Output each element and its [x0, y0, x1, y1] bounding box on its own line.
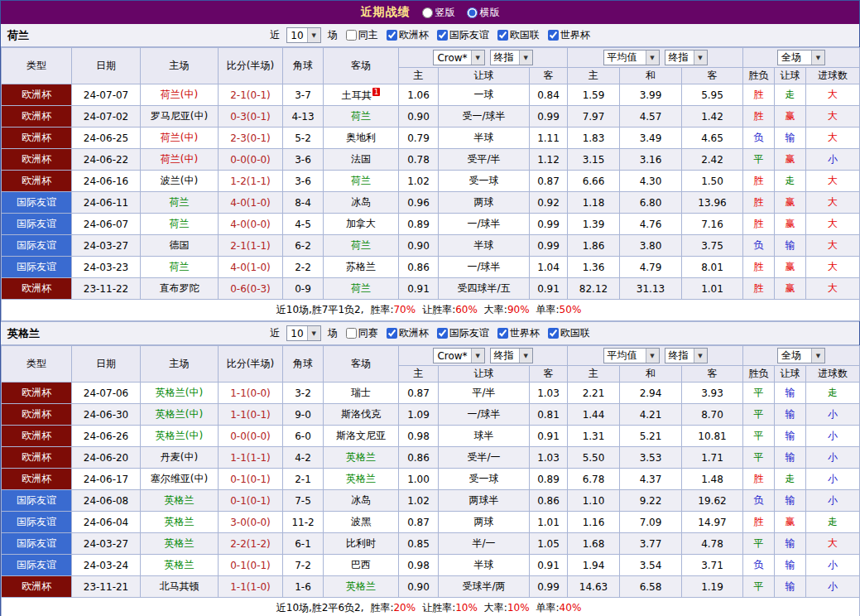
away-team[interactable]: 荷兰	[324, 235, 399, 257]
filter-checkbox-0[interactable]: 同赛	[346, 326, 378, 340]
match-type-badge[interactable]: 欧洲杯	[2, 128, 72, 149]
checkbox-input[interactable]	[548, 328, 559, 339]
match-score[interactable]: 1-1(1-0)	[219, 576, 283, 598]
match-score[interactable]: 0-1(0-1)	[219, 490, 283, 512]
away-team[interactable]: 荷兰	[324, 106, 399, 128]
away-team[interactable]: 巴西	[324, 555, 399, 576]
home-team[interactable]: 英格兰(中)	[141, 404, 219, 426]
home-team[interactable]: 塞尔维亚(中)	[141, 469, 219, 490]
away-team[interactable]: 加拿大	[324, 214, 399, 235]
filter-checkbox-1[interactable]: 欧洲杯	[387, 326, 429, 340]
match-type-badge[interactable]: 欧洲杯	[2, 149, 72, 171]
radio-horizontal-input[interactable]	[467, 7, 478, 18]
filter-checkbox-0[interactable]: 同主	[346, 28, 378, 42]
checkbox-input[interactable]	[387, 30, 397, 41]
home-team[interactable]: 英格兰(中)	[141, 426, 219, 447]
away-team[interactable]: 比利时	[324, 533, 399, 555]
home-team[interactable]: 罗马尼亚(中)	[141, 106, 219, 128]
match-type-badge[interactable]: 国际友谊	[2, 235, 72, 257]
match-score[interactable]: 1-1(0-0)	[219, 383, 283, 404]
bookmaker-select[interactable]: Crow*▼	[433, 50, 484, 65]
average-stage-select[interactable]: 终指▼	[665, 348, 708, 363]
match-type-badge[interactable]: 欧洲杯	[2, 171, 72, 192]
home-team[interactable]: 荷兰(中)	[141, 84, 219, 106]
filter-checkbox-3[interactable]: 欧国联	[497, 28, 540, 42]
match-score[interactable]: 0-0(0-0)	[219, 426, 283, 447]
away-team[interactable]: 冰岛	[324, 192, 399, 214]
match-type-badge[interactable]: 国际友谊	[2, 214, 72, 235]
filter-checkbox-4[interactable]: 世界杯	[548, 28, 590, 42]
match-type-badge[interactable]: 国际友谊	[2, 490, 72, 512]
away-team[interactable]: 奥地利	[324, 128, 399, 149]
match-score[interactable]: 4-0(0-0)	[219, 214, 283, 235]
match-count-select[interactable]: 10▼	[286, 27, 320, 43]
checkbox-input[interactable]	[387, 328, 397, 339]
away-team[interactable]: 土耳其1	[324, 84, 399, 106]
average-select[interactable]: 平均值▼	[603, 348, 660, 363]
away-team[interactable]: 荷兰	[324, 278, 399, 300]
checkbox-input[interactable]	[437, 328, 448, 339]
checkbox-input[interactable]	[548, 30, 559, 41]
match-score[interactable]: 1-1(0-1)	[219, 404, 283, 426]
checkbox-input[interactable]	[346, 30, 357, 41]
home-team[interactable]: 英格兰	[141, 490, 219, 512]
match-type-badge[interactable]: 欧洲杯	[2, 278, 72, 300]
average-stage-select[interactable]: 终指▼	[665, 50, 708, 65]
home-team[interactable]: 英格兰(中)	[141, 383, 219, 404]
bookmaker-select[interactable]: Crow*▼	[433, 348, 484, 363]
match-type-badge[interactable]: 欧洲杯	[2, 447, 72, 469]
home-team[interactable]: 直布罗陀	[141, 278, 219, 300]
match-score[interactable]: 0-1(0-1)	[219, 555, 283, 576]
radio-vertical-layout[interactable]: 竖版	[422, 6, 455, 20]
match-type-badge[interactable]: 欧洲杯	[2, 84, 72, 106]
match-score[interactable]: 1-2(1-1)	[219, 171, 283, 192]
filter-checkbox-3[interactable]: 世界杯	[497, 326, 540, 340]
match-score[interactable]: 0-0(0-0)	[219, 149, 283, 171]
odds-stage-select[interactable]: 终指▼	[490, 348, 533, 363]
match-score[interactable]: 2-1(0-1)	[219, 84, 283, 106]
match-type-badge[interactable]: 国际友谊	[2, 533, 72, 555]
home-team[interactable]: 英格兰	[141, 512, 219, 533]
match-type-badge[interactable]: 欧洲杯	[2, 106, 72, 128]
away-team[interactable]: 英格兰	[324, 576, 399, 598]
match-type-badge[interactable]: 欧洲杯	[2, 426, 72, 447]
home-team[interactable]: 荷兰(中)	[141, 149, 219, 171]
match-score[interactable]: 4-0(1-0)	[219, 192, 283, 214]
away-team[interactable]: 斯洛文尼亚	[324, 426, 399, 447]
home-team[interactable]: 英格兰	[141, 533, 219, 555]
match-type-badge[interactable]: 欧洲杯	[2, 404, 72, 426]
radio-horizontal-layout[interactable]: 横版	[467, 6, 500, 20]
match-score[interactable]: 0-6(0-3)	[219, 278, 283, 300]
home-team[interactable]: 德国	[141, 235, 219, 257]
home-team[interactable]: 荷兰	[141, 214, 219, 235]
match-type-badge[interactable]: 国际友谊	[2, 512, 72, 533]
match-type-badge[interactable]: 国际友谊	[2, 257, 72, 278]
away-team[interactable]: 苏格兰	[324, 257, 399, 278]
average-select[interactable]: 平均值▼	[603, 50, 660, 65]
away-team[interactable]: 法国	[324, 149, 399, 171]
home-team[interactable]: 北马其顿	[141, 576, 219, 598]
checkbox-input[interactable]	[346, 328, 357, 339]
match-type-badge[interactable]: 欧洲杯	[2, 576, 72, 598]
away-team[interactable]: 瑞士	[324, 383, 399, 404]
away-team[interactable]: 波黑	[324, 512, 399, 533]
match-count-select[interactable]: 10▼	[286, 325, 320, 341]
away-team[interactable]: 冰岛	[324, 490, 399, 512]
match-score[interactable]: 4-0(1-0)	[219, 257, 283, 278]
match-score[interactable]: 2-2(1-2)	[219, 533, 283, 555]
match-type-badge[interactable]: 国际友谊	[2, 555, 72, 576]
match-type-badge[interactable]: 欧洲杯	[2, 383, 72, 404]
match-score[interactable]: 2-3(0-1)	[219, 128, 283, 149]
home-team[interactable]: 英格兰	[141, 555, 219, 576]
odds-stage-select[interactable]: 终指▼	[490, 50, 533, 65]
scope-select[interactable]: 全场▼	[777, 348, 825, 363]
match-score[interactable]: 2-1(1-1)	[219, 235, 283, 257]
match-score[interactable]: 3-0(0-0)	[219, 512, 283, 533]
match-score[interactable]: 0-1(0-1)	[219, 469, 283, 490]
filter-checkbox-2[interactable]: 国际友谊	[437, 28, 489, 42]
filter-checkbox-1[interactable]: 欧洲杯	[387, 28, 429, 42]
home-team[interactable]: 荷兰	[141, 192, 219, 214]
scope-select[interactable]: 全场▼	[777, 50, 825, 65]
radio-vertical-input[interactable]	[422, 7, 433, 18]
home-team[interactable]: 波兰(中)	[141, 171, 219, 192]
